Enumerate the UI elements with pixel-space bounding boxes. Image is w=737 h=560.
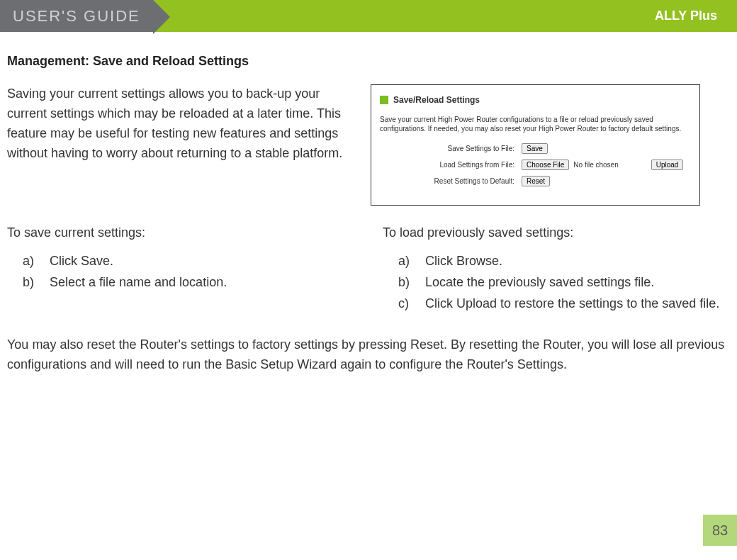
load-steps-list: a) Click Browse. b) Locate the previousl… [383, 252, 730, 314]
upload-button[interactable]: Upload [651, 159, 684, 170]
step-marker: c) [398, 294, 412, 314]
section-title: Management: Save and Reload Settings [7, 54, 730, 69]
step-text: Click Upload to restore the settings to … [425, 294, 730, 314]
load-column: To load previously saved settings: a) Cl… [383, 225, 730, 315]
step-marker: b) [398, 273, 412, 293]
load-step: a) Click Browse. [398, 252, 730, 271]
reset-button[interactable]: Reset [522, 176, 550, 186]
panel-title-icon [380, 96, 388, 104]
step-marker: a) [23, 252, 37, 271]
save-steps-list: a) Click Save. b) Select a file name and… [7, 252, 354, 293]
settings-panel: Save/Reload Settings Save your current H… [371, 84, 700, 206]
save-button[interactable]: Save [522, 143, 548, 154]
save-column-title: To save current settings: [7, 225, 354, 240]
load-step: c) Click Upload to restore the settings … [398, 294, 730, 314]
step-text: Click Browse. [425, 252, 730, 271]
page-number-text: 83 [712, 522, 728, 539]
intro-paragraph: Saving your current settings allows you … [7, 84, 358, 206]
save-step: a) Click Save. [23, 252, 354, 271]
header-bar: USER'S GUIDE ALLY Plus [0, 0, 737, 34]
header-left: USER'S GUIDE [0, 0, 153, 32]
panel-description: Save your current High Power Router conf… [380, 115, 691, 133]
step-marker: a) [398, 252, 412, 271]
file-status-text: No file chosen [573, 161, 618, 169]
panel-title: Save/Reload Settings [393, 95, 480, 105]
choose-file-button[interactable]: Choose File [522, 159, 569, 170]
load-row: Load Settings from File: Choose File No … [380, 159, 691, 170]
load-column-title: To load previously saved settings: [383, 225, 730, 240]
load-step: b) Locate the previously saved settings … [398, 273, 730, 293]
header-guide-box: USER'S GUIDE [0, 0, 153, 32]
load-label: Load Settings from File: [380, 161, 522, 169]
save-step: b) Select a file name and location. [23, 273, 354, 293]
step-text: Click Save. [50, 252, 354, 271]
save-row: Save Settings to File: Save [380, 143, 691, 154]
page-number: 83 [703, 515, 737, 546]
reset-paragraph: You may also reset the Router's settings… [7, 335, 730, 375]
top-row: Saving your current settings allows you … [7, 84, 730, 206]
save-label: Save Settings to File: [380, 145, 522, 152]
step-text: Select a file name and location. [50, 273, 354, 293]
panel-title-row: Save/Reload Settings [380, 95, 691, 105]
header-guide-text: USER'S GUIDE [13, 7, 140, 26]
header-product-name: ALLY Plus [655, 9, 717, 23]
save-column: To save current settings: a) Click Save.… [7, 225, 354, 315]
instructions-columns: To save current settings: a) Click Save.… [7, 225, 730, 315]
step-marker: b) [23, 273, 37, 293]
reset-label: Reset Settings to Default: [380, 177, 522, 185]
step-text: Locate the previously saved settings fil… [425, 273, 730, 293]
reset-row: Reset Settings to Default: Reset [380, 176, 691, 186]
page-content: Management: Save and Reload Settings Sav… [0, 34, 737, 374]
